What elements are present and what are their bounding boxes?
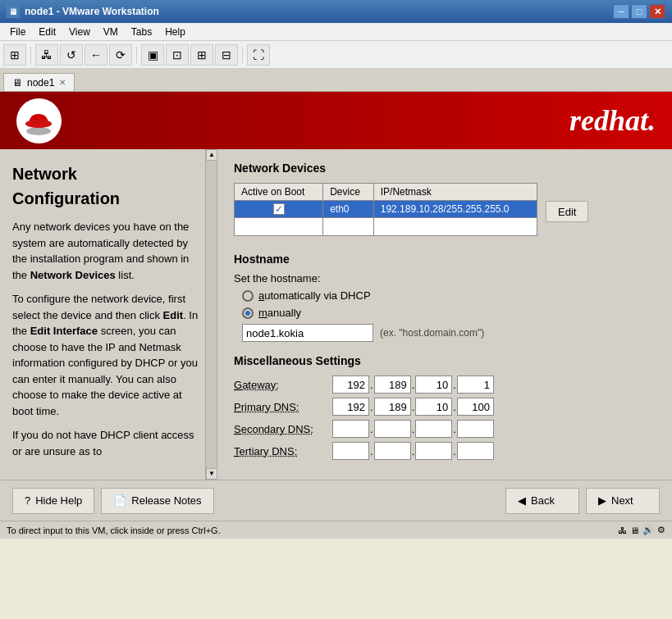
toolbar-view2-button[interactable]: ⊡ bbox=[166, 44, 189, 66]
toolbar-home-button[interactable]: ⊞ bbox=[3, 44, 26, 66]
restore-button[interactable]: □ bbox=[631, 4, 647, 19]
scroll-track bbox=[206, 161, 217, 468]
secondary-dns-octet-1[interactable] bbox=[332, 420, 369, 438]
gateway-octet-1[interactable] bbox=[332, 375, 369, 394]
hostname-input[interactable] bbox=[242, 324, 373, 342]
tertiary-dns-label: Tertiary DNS: bbox=[234, 445, 332, 457]
back-button[interactable]: ◀ Back bbox=[505, 488, 579, 514]
menu-tabs[interactable]: Tabs bbox=[125, 25, 158, 39]
table-row[interactable]: ✓ eth0 192.189.10.28/255.255.255.0 bbox=[235, 201, 537, 218]
toolbar-view1-button[interactable]: ▣ bbox=[141, 44, 164, 66]
network-devices-title: Network Devices bbox=[234, 162, 656, 175]
misc-title: Miscellaneous Settings bbox=[234, 354, 656, 367]
sidebar-para-3: If you do not have DHCP client access or… bbox=[12, 427, 204, 459]
bottom-left-buttons: ? Hide Help 📄 Release Notes bbox=[12, 488, 505, 514]
primary-dns-octet-1[interactable] bbox=[332, 398, 369, 416]
svg-point-2 bbox=[25, 120, 52, 128]
close-button[interactable]: ✕ bbox=[649, 4, 665, 19]
menu-edit[interactable]: Edit bbox=[32, 25, 62, 39]
primary-dns-octet-2[interactable] bbox=[374, 398, 411, 416]
tab-bar: 🖥 node1 ✕ bbox=[0, 69, 672, 92]
secondary-dns-octet-4[interactable] bbox=[457, 420, 494, 438]
hostname-input-row: (ex. "host.domain.com") bbox=[234, 324, 656, 342]
redhat-header: redhat. bbox=[0, 92, 672, 149]
toolbar-view3-button[interactable]: ⊞ bbox=[190, 44, 213, 66]
hostname-title: Hostname bbox=[234, 253, 656, 266]
dhcp-radio-button[interactable] bbox=[242, 290, 254, 302]
menu-view[interactable]: View bbox=[62, 25, 97, 39]
toolbar-back-button[interactable]: ← bbox=[85, 44, 107, 66]
tertiary-dns-octet-1[interactable] bbox=[332, 442, 369, 460]
secondary-dns-octet-3[interactable] bbox=[415, 420, 452, 438]
misc-settings-section: Miscellaneous Settings Gateway: . . . bbox=[234, 354, 656, 460]
status-bar: To direct input to this VM, click inside… bbox=[0, 521, 672, 539]
app-icon: 🖥 bbox=[7, 5, 20, 18]
next-label: Next bbox=[611, 494, 633, 507]
sidebar-heading: NetworkConfiguration bbox=[12, 162, 204, 211]
toolbar-refresh-button[interactable]: ↺ bbox=[60, 44, 83, 66]
tertiary-dns-octet-4[interactable] bbox=[457, 442, 494, 460]
tab-node1[interactable]: 🖥 node1 ✕ bbox=[3, 73, 75, 91]
next-button[interactable]: ▶ Next bbox=[586, 488, 660, 514]
tab-label: node1 bbox=[27, 77, 54, 89]
toolbar-sep-3 bbox=[242, 47, 243, 63]
hide-help-button[interactable]: ? Hide Help bbox=[12, 488, 94, 514]
content-area: NetworkConfiguration Any network devices… bbox=[0, 149, 672, 480]
network-row-container: Active on Boot Device IP/Netmask ✓ eth0 … bbox=[234, 183, 656, 240]
hide-help-icon: ? bbox=[25, 494, 30, 507]
status-icons: 🖧 🖥 🔊 ⚙ bbox=[618, 525, 665, 535]
hide-help-label: Hide Help bbox=[35, 494, 82, 507]
redhat-title: redhat. bbox=[569, 103, 656, 138]
bottom-bar: ? Hide Help 📄 Release Notes ◀ Back ▶ Nex… bbox=[0, 480, 672, 521]
secondary-dns-octet-2[interactable] bbox=[374, 420, 411, 438]
toolbar-view4-button[interactable]: ⊟ bbox=[215, 44, 238, 66]
primary-dns-octet-3[interactable] bbox=[415, 398, 452, 416]
hostname-hint: (ex. "host.domain.com") bbox=[380, 327, 484, 339]
menu-file[interactable]: File bbox=[3, 25, 32, 39]
next-icon: ▶ bbox=[598, 494, 606, 507]
manual-radio-button[interactable] bbox=[242, 307, 254, 319]
window-controls: ─ □ ✕ bbox=[613, 4, 665, 19]
minimize-button[interactable]: ─ bbox=[613, 4, 629, 19]
table-header-row: Active on Boot Device IP/Netmask bbox=[235, 184, 537, 201]
menu-help[interactable]: Help bbox=[158, 25, 192, 39]
toolbar-network-button[interactable]: 🖧 bbox=[35, 44, 58, 66]
gateway-access-char: G bbox=[234, 379, 242, 391]
secondary-dns-row: Secondary DNS: . . . bbox=[234, 420, 656, 438]
gateway-octet-3[interactable] bbox=[415, 375, 452, 394]
primary-dns-label: Primary DNS: bbox=[234, 401, 332, 413]
title-bar: 🖥 node1 - VMware Workstation ─ □ ✕ bbox=[0, 0, 672, 23]
primary-dns-access-char: P bbox=[234, 401, 241, 413]
toolbar-forward-button[interactable]: ⟳ bbox=[109, 44, 132, 66]
status-text: To direct input to this VM, click inside… bbox=[7, 526, 610, 535]
sidebar-para-2: To configure the network device, first s… bbox=[12, 291, 204, 419]
secondary-dns-inputs: . . . bbox=[332, 420, 494, 438]
back-icon: ◀ bbox=[518, 494, 526, 507]
release-notes-button[interactable]: 📄 Release Notes bbox=[101, 488, 213, 514]
gateway-octet-4[interactable] bbox=[457, 375, 494, 394]
dhcp-radio-option: automatically via DHCP bbox=[234, 289, 656, 302]
gateway-label: Gateway: bbox=[234, 379, 332, 391]
primary-dns-octet-4[interactable] bbox=[457, 398, 494, 416]
tertiary-dns-octet-2[interactable] bbox=[374, 442, 411, 460]
sidebar-bold-1: Network Devices bbox=[30, 269, 116, 281]
gateway-row: Gateway: . . . bbox=[234, 375, 656, 394]
edit-button[interactable]: Edit bbox=[546, 201, 588, 222]
gateway-octet-2[interactable] bbox=[374, 375, 411, 394]
scroll-up-button[interactable]: ▲ bbox=[206, 149, 217, 161]
manual-radio-label: manually bbox=[258, 307, 301, 319]
tertiary-dns-octet-3[interactable] bbox=[415, 442, 452, 460]
manual-radio-option: manually bbox=[234, 307, 656, 319]
cell-device: eth0 bbox=[323, 201, 374, 218]
active-boot-checkbox[interactable]: ✓ bbox=[273, 203, 285, 215]
menu-vm[interactable]: VM bbox=[97, 25, 125, 39]
primary-dns-row: Primary DNS: . . . bbox=[234, 398, 656, 416]
toolbar-fullscreen-button[interactable]: ⛶ bbox=[247, 44, 270, 66]
sidebar-bold-3: Edit Interface bbox=[30, 325, 98, 337]
tertiary-dns-inputs: . . . bbox=[332, 442, 494, 460]
tab-close-button[interactable]: ✕ bbox=[59, 78, 66, 87]
menu-bar: File Edit View VM Tabs Help bbox=[0, 23, 672, 41]
redhat-logo-svg bbox=[21, 102, 57, 139]
release-notes-label: Release Notes bbox=[131, 494, 201, 507]
scroll-down-button[interactable]: ▼ bbox=[206, 468, 217, 480]
